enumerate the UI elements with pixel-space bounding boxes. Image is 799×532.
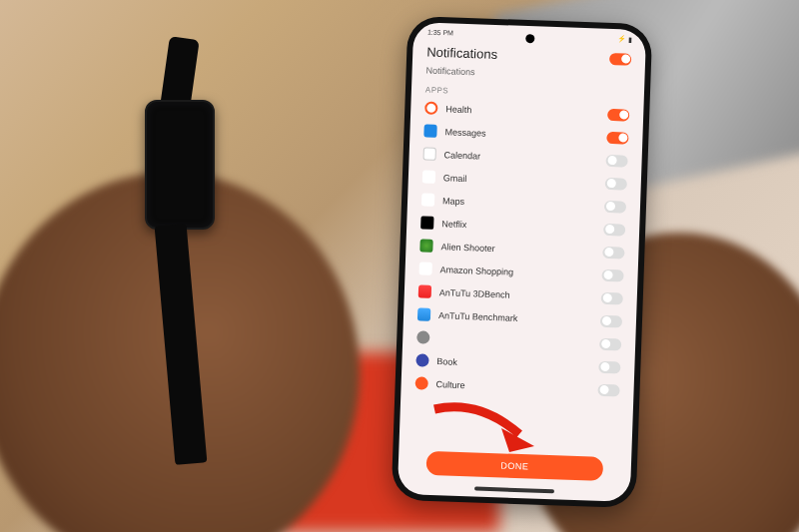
antutu-icon <box>418 284 431 297</box>
book-icon <box>415 353 428 366</box>
status-right-icons: ⚡ ▮ <box>617 35 632 44</box>
app-label: AnTuTu Benchmark <box>438 310 592 325</box>
app-label: Gmail <box>443 173 597 188</box>
app-label <box>437 338 591 343</box>
app-label: Amazon Shopping <box>440 265 594 279</box>
app-label: Messages <box>444 127 598 142</box>
app-label: Alien Shooter <box>440 242 594 257</box>
done-button[interactable]: DONE <box>425 451 603 481</box>
master-toggle[interactable] <box>609 52 631 65</box>
app-label: Maps <box>442 196 596 211</box>
watch-strap-top <box>160 36 199 109</box>
app-toggle[interactable] <box>605 177 627 190</box>
app-toggle[interactable] <box>600 314 622 327</box>
app-toggle[interactable] <box>597 383 619 396</box>
smartwatch <box>145 100 215 230</box>
app-label: Netflix <box>441 219 595 234</box>
app-label: Culture <box>436 379 590 394</box>
alien-icon <box>419 239 432 252</box>
phone-screen: 1:35 PM ⚡ ▮ Notifications Notifications … <box>398 22 646 502</box>
health-icon <box>424 102 437 115</box>
generic-icon <box>416 330 429 343</box>
nav-bar-handle[interactable] <box>473 486 553 493</box>
messages-icon <box>423 125 436 138</box>
app-toggle[interactable] <box>605 154 627 167</box>
netflix-icon <box>420 216 433 229</box>
app-toggle[interactable] <box>606 131 628 144</box>
page-title: Notifications <box>426 45 497 62</box>
app-toggle[interactable] <box>603 223 625 236</box>
app-toggle[interactable] <box>604 200 626 213</box>
app-label: Book <box>436 356 590 371</box>
gmail-icon <box>422 170 435 183</box>
app-toggle[interactable] <box>601 291 623 304</box>
phone-frame: 1:35 PM ⚡ ▮ Notifications Notifications … <box>392 16 653 508</box>
app-toggle[interactable] <box>607 108 629 121</box>
app-toggle[interactable] <box>599 337 621 350</box>
antutu2-icon <box>417 307 430 320</box>
app-label: AnTuTu 3DBench <box>439 287 593 302</box>
app-label: Health <box>445 104 599 119</box>
cu-icon <box>414 376 427 389</box>
status-time: 1:35 PM <box>427 29 453 38</box>
maps-icon <box>421 193 434 206</box>
app-toggle[interactable] <box>598 360 620 373</box>
app-label: Calendar <box>444 150 598 165</box>
app-list: HealthMessagesCalendarGmailMapsNetflixAl… <box>400 96 644 450</box>
app-toggle[interactable] <box>602 246 624 259</box>
app-toggle[interactable] <box>601 268 623 281</box>
amazon-icon <box>418 262 431 274</box>
calendar-icon <box>423 147 436 160</box>
